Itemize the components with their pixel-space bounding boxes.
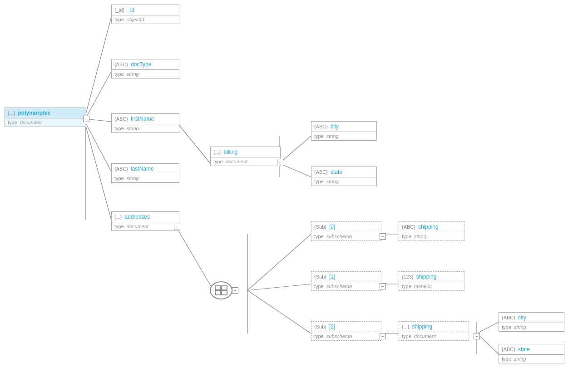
billing-type-label: type <box>213 159 223 164</box>
addresses-type-label: type <box>114 224 124 229</box>
polymorphic-connector: − <box>83 116 89 122</box>
billing-state-type-row: type string <box>311 177 376 186</box>
polymorphic-name: polymorphic <box>18 110 51 116</box>
billing-city-type-value: string <box>326 133 339 139</box>
svg-line-7 <box>279 136 311 163</box>
id-icon: {_id} <box>114 7 124 13</box>
sub0-shipping-box: {ABC} shipping type string <box>399 221 464 241</box>
billing-city-box: {ABC} city type string <box>311 121 377 141</box>
sub1-index: [1] <box>329 274 335 280</box>
sub0-box: {Sub} [0] type subschema <box>311 221 381 241</box>
addresses-type-row: type document <box>112 222 179 230</box>
id-name: _id <box>127 7 134 13</box>
lastname-type-value: string <box>127 176 139 181</box>
sub1-connector: − <box>380 283 386 289</box>
sub1-icon: {Sub} <box>314 274 326 279</box>
sub1-shipping-header: {123} shipping <box>399 272 464 282</box>
doctype-icon: {ABC} <box>114 62 128 67</box>
sub2-type-label: type <box>314 333 324 339</box>
firstname-header: {ABC} firstName <box>112 114 179 124</box>
sub1-shipping-type-row: type numeric <box>399 282 464 290</box>
doctype-header: {ABC} docType <box>112 59 179 70</box>
sub2-icon: {Sub} <box>314 324 326 329</box>
polymorphic-icon: {...} <box>8 110 15 116</box>
sub2-state-box: {ABC} state type string <box>499 344 564 363</box>
sub2-city-type-value: string <box>514 324 526 330</box>
sub1-shipping-type-value: numeric <box>414 284 432 289</box>
sub2-shipping-box: {...} shipping type document <box>399 321 469 341</box>
billing-box: {...} billing type document <box>210 147 281 166</box>
id-type-row: type objectId <box>112 15 179 24</box>
polymorphic-box: {...} polymorphic type document <box>5 108 86 127</box>
doctype-name: docType <box>131 61 151 68</box>
firstname-icon: {ABC} <box>114 116 128 122</box>
sub1-type-label: type <box>314 284 324 289</box>
sub1-box: {Sub} [1] type subschema <box>311 271 381 291</box>
id-box: {_id} _id type objectId <box>111 5 179 24</box>
addresses-icon: {...} <box>114 214 122 220</box>
svg-rect-23 <box>222 286 227 290</box>
billing-state-type-label: type <box>314 179 324 184</box>
array-connector-right: − <box>232 287 238 294</box>
sub2-state-type-value: string <box>514 356 526 362</box>
doctype-type-row: type string <box>112 70 179 78</box>
id-type-value: objectId <box>127 17 144 22</box>
sub0-connector: − <box>380 233 386 240</box>
sub0-type-value: subschema <box>326 234 352 239</box>
billing-state-name: state <box>331 169 342 175</box>
svg-line-8 <box>279 163 311 177</box>
sub0-shipping-type-row: type string <box>399 232 464 240</box>
firstname-name: firstName <box>131 116 154 122</box>
sub0-shipping-icon: {ABC} <box>402 224 415 230</box>
sub2-type-value: subschema <box>326 333 352 339</box>
sub2-box: {Sub} [2] type subschema <box>311 321 381 341</box>
lastname-icon: {ABC} <box>114 166 128 172</box>
billing-city-name: city <box>331 123 339 130</box>
sub0-shipping-name: shipping <box>418 224 439 230</box>
polymorphic-type-label: type <box>8 120 17 125</box>
billing-name: billing <box>224 149 238 155</box>
sub2-city-box: {ABC} city type string <box>499 312 564 332</box>
sub0-shipping-type-label: type <box>402 234 411 239</box>
sub0-index: [0] <box>329 224 335 230</box>
billing-connector: − <box>277 159 283 165</box>
sub2-state-type-row: type string <box>499 355 564 363</box>
svg-line-3 <box>85 122 111 172</box>
sub0-icon: {Sub} <box>314 224 326 230</box>
svg-line-4 <box>85 125 111 220</box>
billing-state-type-value: string <box>326 179 339 184</box>
connections-svg <box>0 0 583 392</box>
sub2-shipping-connector: − <box>474 333 480 339</box>
sub1-shipping-box: {123} shipping type numeric <box>399 271 464 291</box>
doctype-type-label: type <box>114 71 124 77</box>
sub2-city-header: {ABC} city <box>499 313 564 323</box>
firstname-box: {ABC} firstName type string <box>111 113 179 133</box>
polymorphic-type-value: document <box>20 120 42 125</box>
svg-line-13 <box>247 290 311 333</box>
sub1-header: {Sub} [1] <box>311 272 381 282</box>
billing-type-value: document <box>226 159 247 164</box>
addresses-name: addresses <box>125 214 150 220</box>
billing-state-header: {ABC} state <box>311 167 376 177</box>
diagram-container: {...} polymorphic type document − {_id} … <box>0 0 583 392</box>
svg-line-6 <box>176 122 210 163</box>
sub2-shipping-name: shipping <box>412 323 433 330</box>
billing-city-type-row: type string <box>311 132 376 140</box>
polymorphic-type-row: type document <box>5 118 86 127</box>
sub2-city-type-row: type string <box>499 323 564 331</box>
billing-city-icon: {ABC} <box>314 124 328 129</box>
firstname-type-value: string <box>127 126 139 131</box>
firstname-type-row: type string <box>112 124 179 132</box>
array-connector-icon <box>210 281 232 299</box>
svg-line-10 <box>176 227 213 290</box>
svg-line-12 <box>247 284 311 290</box>
polymorphic-header: {...} polymorphic <box>5 108 86 118</box>
svg-rect-22 <box>215 291 221 295</box>
sub2-city-name: city <box>518 314 526 321</box>
doctype-box: {ABC} docType type string <box>111 59 179 78</box>
svg-line-0 <box>85 17 111 116</box>
lastname-type-row: type string <box>112 174 179 182</box>
svg-line-19 <box>477 333 499 354</box>
sub2-shipping-type-value: document <box>414 333 436 339</box>
sub0-shipping-header: {ABC} shipping <box>399 222 464 232</box>
